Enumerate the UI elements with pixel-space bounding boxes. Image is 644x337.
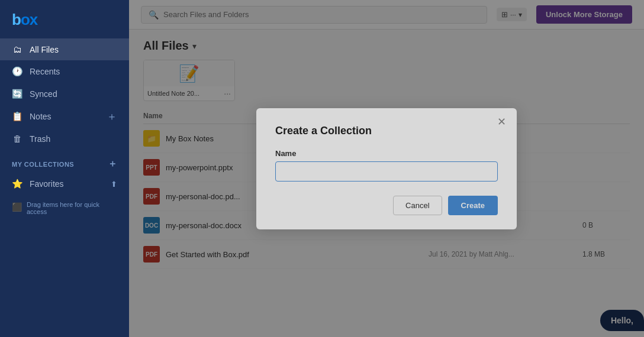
sidebar-navigation: 🗂 All Files 🕐 Recents 🔄 Synced 📋 Notes ＋… (0, 38, 129, 337)
sidebar-item-label: Synced (30, 89, 57, 99)
modal-actions: Cancel Create (275, 196, 498, 215)
drag-icon: ⬛ (12, 202, 22, 212)
sidebar-item-trash[interactable]: 🗑 Trash (0, 128, 129, 150)
main-content: 🔍 ⊞ ··· ▾ Unlock More Storage All Files … (129, 0, 644, 337)
modal-close-button[interactable]: ✕ (497, 116, 506, 127)
sidebar-item-synced[interactable]: 🔄 Synced (0, 83, 129, 105)
sidebar-item-label: Favorites (30, 179, 64, 189)
modal-name-label: Name (275, 149, 498, 158)
sidebar-item-label: All Files (30, 45, 59, 54)
synced-icon: 🔄 (12, 89, 22, 99)
trash-icon: 🗑 (12, 134, 22, 144)
favorites-icon: ⭐ (12, 179, 22, 189)
favorites-action-icon: ⬆ (111, 180, 117, 188)
sidebar-item-all-files[interactable]: 🗂 All Files (0, 38, 129, 60)
sidebar-item-label: Trash (30, 134, 50, 144)
add-note-button[interactable]: ＋ (107, 111, 117, 122)
app-logo: box (0, 0, 129, 38)
collection-name-input[interactable] (275, 161, 498, 182)
my-collections-section: My Collections ＋ (0, 150, 129, 173)
cancel-button[interactable]: Cancel (393, 196, 442, 215)
notes-icon: 📋 (12, 111, 22, 122)
modal-overlay: ✕ Create a Collection Name Cancel Create (129, 0, 644, 337)
all-files-icon: 🗂 (12, 44, 22, 54)
sidebar-item-notes[interactable]: 📋 Notes ＋ (0, 105, 129, 128)
sidebar-item-label: Recents (30, 67, 60, 76)
modal-title: Create a Collection (275, 125, 498, 137)
drag-hint: ⬛ Drag items here for quick access (0, 195, 129, 221)
recents-icon: 🕐 (12, 66, 22, 77)
sidebar-item-label: Notes (30, 112, 51, 121)
sidebar: box 🗂 All Files 🕐 Recents 🔄 Synced 📋 Not… (0, 0, 129, 337)
create-button[interactable]: Create (448, 196, 498, 215)
sidebar-item-favorites[interactable]: ⭐ Favorites ⬆ (0, 173, 129, 195)
sidebar-item-recents[interactable]: 🕐 Recents (0, 60, 129, 83)
create-collection-modal: ✕ Create a Collection Name Cancel Create (256, 108, 517, 229)
add-collection-button[interactable]: ＋ (108, 158, 118, 170)
